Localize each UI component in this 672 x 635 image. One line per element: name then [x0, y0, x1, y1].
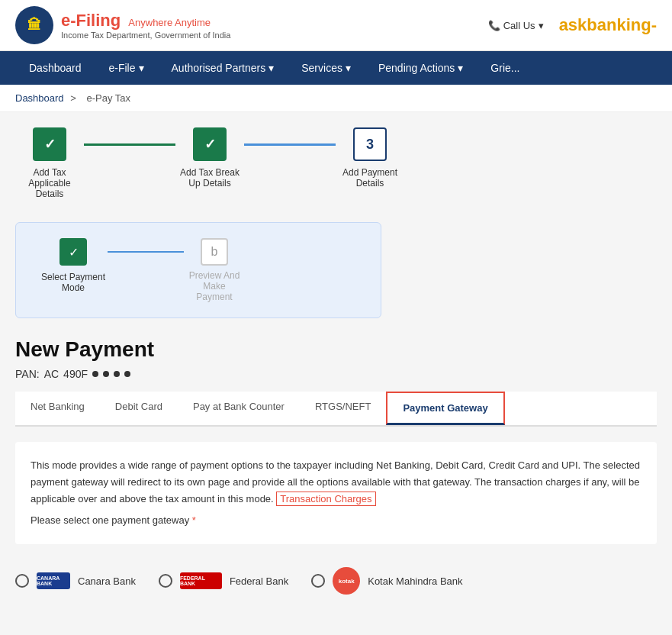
pan-dot-2 [103, 371, 109, 377]
canara-logo-area: CANARA BANK [37, 572, 70, 589]
bank-options: CANARA BANK Canara Bank FEDERAL BANK Fed… [15, 559, 657, 602]
federal-bank-name: Federal Bank [230, 575, 288, 587]
nav-efile[interactable]: e-File ▾ [95, 51, 158, 85]
nav-grievance[interactable]: Grie... [477, 51, 533, 85]
radio-canara[interactable] [15, 574, 29, 588]
sub-step-b-label: Preview And Make Payment [184, 270, 245, 302]
chevron-down-icon: ▾ [268, 62, 274, 74]
step-line-1 [84, 143, 175, 146]
sub-step-a-box: ✓ [59, 238, 87, 266]
chevron-down-icon: ▾ [539, 20, 544, 31]
chevron-down-icon: ▾ [346, 62, 351, 74]
step-1-box: ✓ [33, 127, 66, 161]
transaction-charges-link[interactable]: Transaction Charges [276, 492, 375, 506]
askbanking-logo: askbanking- [559, 15, 657, 35]
breadcrumb-home[interactable]: Dashboard [15, 92, 64, 104]
select-note-text: Please select one payment gateway [31, 514, 189, 526]
federal-logo-area: FEDERAL BANK [180, 572, 222, 589]
step-1: ✓ Add Tax Applicable Details [15, 127, 84, 199]
nav-pending-label: Pending Actions [378, 62, 455, 74]
federal-logo: FEDERAL BANK [180, 572, 222, 589]
nav-dashboard-label: Dashboard [29, 62, 82, 74]
step-3-box: 3 [353, 127, 387, 161]
step-2: ✓ Add Tax Break Up Details [175, 127, 244, 189]
sub-step-a-wrapper: ✓ Select Payment Mode [39, 238, 184, 293]
call-us-label: Call Us [503, 20, 535, 31]
bank-option-kotak[interactable]: kotak Kotak Mahindra Bank [311, 567, 462, 595]
sub-step-b: b Preview And Make Payment [184, 238, 245, 302]
kotak-bank-name: Kotak Mahindra Bank [368, 575, 462, 587]
tab-pay-bank-counter[interactable]: Pay at Bank Counter [178, 392, 300, 425]
kotak-logo-area: kotak [333, 567, 360, 595]
pan-value: AC [44, 368, 59, 380]
call-us[interactable]: 📞 Call Us ▾ [488, 20, 544, 31]
sub-step-b-box: b [201, 238, 228, 266]
select-gateway-note: Please select one payment gateway * [31, 512, 641, 529]
radio-kotak[interactable] [311, 574, 325, 588]
step-2-wrapper: ✓ Add Tax Break Up Details [175, 127, 336, 189]
pan-info: PAN: AC 490F [15, 368, 657, 380]
canara-logo: CANARA BANK [37, 572, 70, 589]
chevron-down-icon: ▾ [139, 62, 144, 74]
chevron-down-icon: ▾ [458, 62, 463, 74]
payment-tabs: Net Banking Debit Card Pay at Bank Count… [15, 392, 657, 427]
tab-net-banking[interactable]: Net Banking [15, 392, 100, 425]
navbar: Dashboard e-File ▾ Authorised Partners ▾… [0, 51, 672, 85]
step-line-2 [244, 143, 336, 146]
pan-suffix: 490F [63, 368, 88, 380]
step-2-box: ✓ [193, 127, 227, 161]
nav-auth-label: Authorised Partners [172, 62, 266, 74]
step-3: 3 Add Payment Details [336, 127, 404, 189]
required-star: * [192, 514, 196, 526]
breadcrumb-separator: > [70, 92, 76, 104]
step-indicator: ✓ Add Tax Applicable Details ✓ Add Tax B… [15, 127, 657, 199]
sub-step-container: ✓ Select Payment Mode b Preview And Make… [39, 238, 358, 302]
radio-federal[interactable] [159, 574, 172, 588]
brand-name: e-Filing [61, 11, 121, 30]
tab-rtgs-neft[interactable]: RTGS/NEFT [300, 392, 386, 425]
header: 🏛 e-Filing Anywhere Anytime Income Tax D… [0, 0, 672, 51]
nav-services[interactable]: Services ▾ [288, 51, 365, 85]
pan-label: PAN: [15, 368, 40, 380]
brand-suffix: Anywhere Anytime [128, 17, 211, 28]
desc-box: This mode provides a wide range of payme… [15, 442, 657, 544]
logo-emblem: 🏛 [15, 6, 53, 44]
pan-dot-4 [124, 371, 130, 377]
header-right: 📞 Call Us ▾ askbanking- [488, 15, 657, 35]
logo-brand: e-Filing Anywhere Anytime [61, 11, 230, 31]
bank-option-federal[interactable]: FEDERAL BANK Federal Bank [159, 567, 288, 595]
payment-title: New Payment [15, 337, 657, 362]
tab-debit-card[interactable]: Debit Card [100, 392, 178, 425]
kotak-logo: kotak [333, 567, 360, 595]
pan-dot-3 [114, 371, 120, 377]
breadcrumb: Dashboard > e-Pay Tax [0, 85, 672, 112]
breadcrumb-current: e-Pay Tax [86, 92, 130, 104]
main-content: ✓ Add Tax Applicable Details ✓ Add Tax B… [0, 112, 672, 635]
tab-payment-gateway[interactable]: Payment Gateway [386, 392, 504, 425]
sub-step-a-label: Select Payment Mode [39, 272, 108, 293]
phone-icon: 📞 [488, 20, 500, 31]
nav-services-label: Services [301, 62, 342, 74]
nav-pending-actions[interactable]: Pending Actions ▾ [365, 51, 477, 85]
nav-efile-label: e-File [109, 62, 136, 74]
canara-bank-name: Canara Bank [78, 575, 136, 587]
nav-grievance-label: Grie... [490, 62, 519, 74]
sub-step-a: ✓ Select Payment Mode [39, 238, 108, 293]
step-3-label: Add Payment Details [336, 167, 404, 189]
pan-dot-1 [92, 371, 98, 377]
sub-steps-box: ✓ Select Payment Mode b Preview And Make… [15, 222, 381, 318]
nav-authorised-partners[interactable]: Authorised Partners ▾ [158, 51, 288, 85]
logo-text: e-Filing Anywhere Anytime Income Tax Dep… [61, 11, 230, 40]
logo-area: 🏛 e-Filing Anywhere Anytime Income Tax D… [15, 6, 230, 44]
step-2-label: Add Tax Break Up Details [175, 167, 244, 189]
desc-text: This mode provides a wide range of payme… [31, 457, 641, 508]
logo-sub: Income Tax Department, Government of Ind… [61, 31, 230, 40]
nav-dashboard[interactable]: Dashboard [15, 51, 95, 85]
step-1-wrapper: ✓ Add Tax Applicable Details [15, 127, 175, 199]
sub-step-line [108, 251, 184, 253]
step-1-label: Add Tax Applicable Details [15, 167, 84, 199]
bank-option-canara[interactable]: CANARA BANK Canara Bank [15, 567, 136, 595]
